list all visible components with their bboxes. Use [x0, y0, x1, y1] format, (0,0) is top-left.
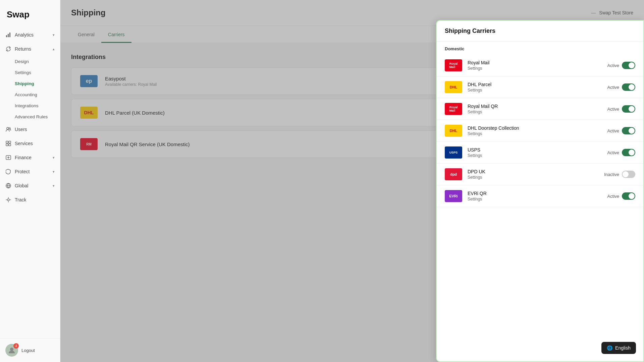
carrier-settings-usps[interactable]: Settings	[468, 153, 602, 158]
carrier-logo-dhl-doorstep: DHL	[445, 125, 462, 137]
sidebar-label-returns: Returns	[15, 46, 31, 52]
users-icon	[5, 126, 11, 132]
avatar-wrap[interactable]: 4	[5, 344, 18, 357]
carrier-toggle-royal-mail-qr[interactable]	[622, 105, 635, 113]
svg-rect-7	[6, 144, 8, 146]
sidebar-item-settings[interactable]: Settings	[0, 67, 60, 78]
carrier-info-dhl-doorstep: DHL Doorstep Collection Settings	[468, 125, 602, 136]
carrier-name-usps: USPS	[468, 147, 602, 153]
carrier-toggle-dhl-parcel[interactable]	[622, 83, 635, 91]
svg-rect-8	[9, 144, 11, 146]
sidebar-item-track[interactable]: Track	[0, 193, 60, 207]
carrier-settings-royal-mail[interactable]: Settings	[468, 66, 602, 71]
chart-icon	[5, 32, 11, 38]
sidebar-item-services[interactable]: Services	[0, 136, 60, 150]
sidebar-label-protect: Protect	[15, 169, 30, 174]
carrier-item-dpd-uk: dpd DPD UK Settings Inactive	[437, 164, 643, 185]
sidebar-label-analytics: Analytics	[15, 32, 34, 38]
carrier-name-dpd-uk: DPD UK	[468, 169, 599, 174]
carrier-item-usps: USPS USPS Settings Active	[437, 142, 643, 164]
carrier-toggle-evri-qr[interactable]	[622, 192, 635, 200]
carriers-panel: Shipping Carriers Domestic RoyalMail Roy…	[436, 20, 644, 362]
carrier-info-dhl-parcel: DHL Parcel Settings	[468, 82, 602, 93]
svg-point-4	[9, 128, 10, 129]
sidebar-label-integrations: Integrations	[15, 103, 39, 108]
language-label: English	[615, 345, 631, 351]
carrier-settings-evri-qr[interactable]: Settings	[468, 197, 602, 201]
track-icon	[5, 197, 11, 203]
carrier-settings-dhl-parcel[interactable]: Settings	[468, 88, 602, 93]
carrier-status-label-dhl-parcel: Active	[607, 85, 619, 90]
sidebar-item-design[interactable]: Design	[0, 56, 60, 67]
svg-point-12	[10, 348, 13, 351]
carrier-toggle-royal-mail[interactable]	[622, 62, 635, 69]
language-button[interactable]: 🌐 English	[601, 342, 636, 354]
carrier-item-royal-mail: RoyalMail Royal Mail Settings Active	[437, 55, 643, 76]
carrier-settings-royal-mail-qr[interactable]: Settings	[468, 110, 602, 114]
sidebar-item-accounting[interactable]: Accounting	[0, 89, 60, 100]
carriers-list: Domestic RoyalMail Royal Mail Settings A…	[437, 42, 643, 361]
sidebar-label-track: Track	[15, 197, 26, 202]
sidebar-item-analytics[interactable]: Analytics ▾	[0, 28, 60, 42]
carrier-name-evri-qr: EVRi QR	[468, 191, 602, 196]
carrier-status-label-dhl-doorstep: Active	[607, 128, 619, 133]
svg-rect-1	[8, 34, 9, 37]
carrier-toggle-usps[interactable]	[622, 149, 635, 156]
sidebar-item-users[interactable]: Users	[0, 122, 60, 136]
globe-icon: 🌐	[607, 345, 612, 351]
carrier-status-label-royal-mail: Active	[607, 63, 619, 68]
carrier-status-dhl-parcel: Active	[607, 83, 635, 91]
sidebar-item-advanced-rules[interactable]: Advanced Rules	[0, 111, 60, 122]
global-icon	[5, 183, 11, 189]
svg-rect-2	[9, 33, 10, 37]
sidebar-item-returns[interactable]: Returns ▴	[0, 42, 60, 56]
sidebar-label-global: Global	[15, 183, 28, 188]
sidebar-label-design: Design	[15, 59, 29, 64]
carrier-status-usps: Active	[607, 149, 635, 156]
carrier-status-evri-qr: Active	[607, 192, 635, 200]
sidebar-label-accounting: Accounting	[15, 92, 37, 97]
sidebar-item-global[interactable]: Global ▾	[0, 179, 60, 193]
notification-badge: 4	[13, 343, 19, 349]
chevron-icon: ▾	[53, 33, 55, 37]
carrier-item-dhl-doorstep: DHL DHL Doorstep Collection Settings Act…	[437, 120, 643, 142]
sidebar-item-integrations[interactable]: Integrations	[0, 100, 60, 111]
carrier-name-royal-mail: Royal Mail	[468, 60, 602, 65]
carrier-settings-dpd-uk[interactable]: Settings	[468, 175, 599, 180]
carrier-settings-dhl-doorstep[interactable]: Settings	[468, 131, 602, 136]
sidebar-nav: Analytics ▾ Returns ▴ Design Settings	[0, 28, 60, 338]
carrier-status-label-evri-qr: Active	[607, 194, 619, 199]
sidebar: Swap Analytics ▾	[0, 0, 60, 362]
sidebar-item-shipping[interactable]: Shipping	[0, 78, 60, 89]
sidebar-label-finance: Finance	[15, 155, 32, 160]
logout-button[interactable]: Logout	[21, 348, 35, 353]
carrier-name-dhl-parcel: DHL Parcel	[468, 82, 602, 87]
carrier-logo-evri-qr: EVRi	[445, 190, 462, 202]
carrier-logo-royal-mail: RoyalMail	[445, 59, 462, 71]
app-logo: Swap	[0, 0, 60, 28]
carrier-item-evri-qr: EVRi EVRi QR Settings Active	[437, 185, 643, 207]
sidebar-bottom: 4 Logout	[0, 338, 60, 362]
carrier-info-royal-mail-qr: Royal Mail QR Settings	[468, 104, 602, 114]
carriers-section-domestic: Domestic	[437, 42, 643, 55]
sidebar-label-services: Services	[15, 141, 33, 146]
carrier-logo-royal-mail-qr: RoyalMail	[445, 103, 462, 115]
carriers-panel-title: Shipping Carriers	[437, 21, 643, 42]
carrier-status-label-usps: Active	[607, 150, 619, 155]
svg-rect-0	[6, 35, 7, 37]
carrier-logo-dhl-parcel: DHL	[445, 81, 462, 93]
carrier-toggle-dhl-doorstep[interactable]	[622, 127, 635, 134]
sidebar-label-shipping: Shipping	[15, 81, 34, 86]
carrier-status-royal-mail-qr: Active	[607, 105, 635, 113]
carrier-toggle-dpd-uk[interactable]	[622, 171, 635, 178]
sidebar-item-protect[interactable]: Protect ▾	[0, 165, 60, 179]
svg-rect-6	[9, 141, 11, 143]
svg-point-11	[7, 199, 9, 201]
carrier-status-royal-mail: Active	[607, 62, 635, 69]
services-icon	[5, 140, 11, 146]
returns-icon	[5, 46, 11, 52]
finance-icon	[5, 155, 11, 161]
carrier-info-usps: USPS Settings	[468, 147, 602, 158]
sidebar-item-finance[interactable]: Finance ▾	[0, 150, 60, 165]
protect-icon	[5, 169, 11, 175]
